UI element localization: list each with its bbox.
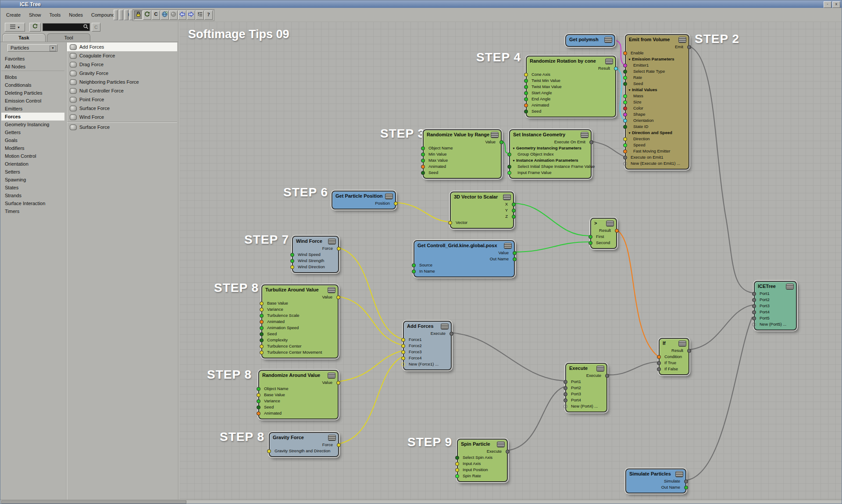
node-menu-icon[interactable] <box>504 243 512 249</box>
category-item-conditionals[interactable]: Conditionals <box>1 81 64 89</box>
help-button[interactable]: ? <box>204 11 213 20</box>
input-port-first[interactable] <box>589 235 592 239</box>
input-port-state-id[interactable] <box>623 125 627 129</box>
input-port-object-name[interactable] <box>257 387 260 391</box>
node-set-instance-geometry[interactable]: Set Instance GeometryExecute On Emit▼Geo… <box>509 129 592 179</box>
input-port-enable[interactable] <box>623 51 627 55</box>
input-port-input-axis[interactable] <box>455 462 459 466</box>
node-menu-icon[interactable] <box>385 193 393 199</box>
input-port-port2[interactable] <box>564 386 567 390</box>
wire-gray[interactable] <box>591 141 623 156</box>
title-bar[interactable]: ICE Tree - x <box>0 0 842 8</box>
output-port-position[interactable] <box>394 202 398 206</box>
output-port-execute[interactable] <box>605 374 609 378</box>
wire-gray[interactable] <box>689 305 752 350</box>
wire-gray[interactable] <box>507 387 564 451</box>
node-randomize-rotation-by-cone[interactable]: Randomize Rotation by coneResultCone Axi… <box>526 56 616 117</box>
node-menu-icon[interactable] <box>606 220 614 227</box>
input-port-fast-moving-emitter[interactable] <box>623 149 627 153</box>
category-item-forces[interactable]: Forces <box>1 113 64 121</box>
group-collapse-icon[interactable]: ▼ <box>512 147 515 150</box>
node-spin-particle[interactable]: Spin ParticleExecuteSelect Spin AxisInpu… <box>457 439 508 482</box>
category-item-states[interactable]: States <box>1 184 64 192</box>
node-get-controll-grid[interactable]: Get Controll_Grid.kine.global.posxValueO… <box>414 240 515 277</box>
output-port-execute[interactable] <box>450 332 453 336</box>
category-item-motion-control[interactable]: Motion Control <box>1 152 64 160</box>
wire-yellow[interactable] <box>338 296 401 345</box>
copy-filter-button[interactable]: C <box>92 23 100 32</box>
input-port-complexity[interactable] <box>260 338 264 342</box>
wire-gray[interactable] <box>685 317 752 480</box>
node-title-bar[interactable]: Wind Force <box>293 237 338 245</box>
input-port-source[interactable] <box>412 263 416 267</box>
wire-gray[interactable] <box>451 333 564 381</box>
input-port-twist-min-value[interactable] <box>524 79 528 83</box>
category-item-geometry-instancing[interactable]: Geometry Instancing <box>1 121 64 128</box>
input-port-wind-speed[interactable] <box>290 253 294 257</box>
wire-yellow[interactable] <box>395 202 448 222</box>
input-port-port1[interactable] <box>752 292 756 296</box>
category-item-timers[interactable]: Timers <box>1 207 64 215</box>
category-item-getters[interactable]: Getters <box>1 128 64 136</box>
node-simulate-particles[interactable]: Simulate ParticlesSimulateOut Name <box>625 469 686 493</box>
category-item-blobs[interactable]: Blobs <box>1 73 64 81</box>
close-button[interactable]: x <box>832 1 840 8</box>
input-port-spin-rate[interactable] <box>455 474 459 478</box>
node-title-bar[interactable]: Randomize Around Value <box>259 371 338 380</box>
input-port-seed[interactable] <box>524 110 528 114</box>
node-title-bar[interactable]: Spin Particle <box>458 440 507 448</box>
category-item-spawning[interactable]: Spawning <box>1 176 64 184</box>
input-port-port4[interactable] <box>564 398 567 402</box>
input-port-animated[interactable] <box>260 320 264 324</box>
input-port-new-port4[interactable] <box>564 405 567 408</box>
ice-graph-canvas[interactable]: Softimage Tips 09 STEP 2STEP 4STEP 3STEP… <box>179 21 842 500</box>
node-title-bar[interactable]: 3D Vector to Scalar <box>451 192 513 201</box>
input-port-turbulence-scale[interactable] <box>260 314 264 318</box>
input-port-direction[interactable] <box>623 137 627 141</box>
category-item-all-nodes[interactable]: All Nodes <box>1 63 64 71</box>
node-menu-icon[interactable] <box>678 341 686 347</box>
category-item-surface-interaction[interactable]: Surface Interaction <box>1 199 64 207</box>
output-port-value[interactable] <box>513 251 517 255</box>
node-title-bar[interactable]: > <box>591 219 616 227</box>
group-collapse-icon[interactable]: ▼ <box>628 58 631 61</box>
input-port-animated[interactable] <box>524 103 528 107</box>
wire-yellow[interactable] <box>338 351 401 382</box>
minimize-button[interactable]: - <box>824 1 831 8</box>
node-menu-icon[interactable] <box>786 284 794 290</box>
input-port-mass[interactable] <box>623 94 627 98</box>
input-port-wind-strength[interactable] <box>290 259 294 263</box>
input-port-port3[interactable] <box>564 392 567 396</box>
category-item-modifiers[interactable]: Modifiers <box>1 144 64 152</box>
input-port-seed[interactable] <box>623 82 627 86</box>
node-menu-icon[interactable] <box>497 441 505 447</box>
input-port-select-spin-axis[interactable] <box>455 456 459 460</box>
input-port-gravity-strength-and-direction[interactable] <box>267 449 271 453</box>
input-port-seed[interactable] <box>260 332 264 336</box>
node-preset-gravity-force[interactable]: Gravity Force <box>67 69 177 78</box>
node-title-bar[interactable]: Get Controll_Grid.kine.global.posx <box>414 241 514 250</box>
node-gravity-force[interactable]: Gravity ForceForceGravity Strength and D… <box>269 432 339 457</box>
wire-green[interactable] <box>514 242 589 252</box>
input-port-max-value[interactable] <box>421 159 425 163</box>
node-preset-surface-force[interactable]: Surface Force <box>67 104 177 113</box>
input-port-port1[interactable] <box>564 380 567 384</box>
input-port-start-angle[interactable] <box>524 91 528 95</box>
node-preset-null-controller-force[interactable]: Null Controller Force <box>67 86 177 95</box>
output-port-out-name[interactable] <box>513 257 517 261</box>
menu-create[interactable]: Create <box>5 11 22 18</box>
menu-tools[interactable]: Tools <box>48 11 62 18</box>
menu-show[interactable]: Show <box>28 11 43 18</box>
input-port-turbulence-center[interactable] <box>260 344 264 348</box>
input-port-seed[interactable] <box>421 171 425 175</box>
input-port-orientation[interactable] <box>623 119 627 123</box>
node-title-bar[interactable]: Randomize Value by Range <box>424 130 501 139</box>
search-icon[interactable] <box>83 23 89 31</box>
node-title-bar[interactable]: Emit from Volume <box>626 35 689 44</box>
refresh-list-button[interactable] <box>29 23 41 32</box>
port-group-emission-parameters[interactable]: ▼Emission Parameters <box>626 56 689 62</box>
group-collapse-icon[interactable]: ▼ <box>512 159 515 162</box>
node-menu-icon[interactable] <box>605 58 613 64</box>
layout-preset-bar[interactable] <box>114 10 118 20</box>
refresh-button[interactable] <box>143 11 151 20</box>
